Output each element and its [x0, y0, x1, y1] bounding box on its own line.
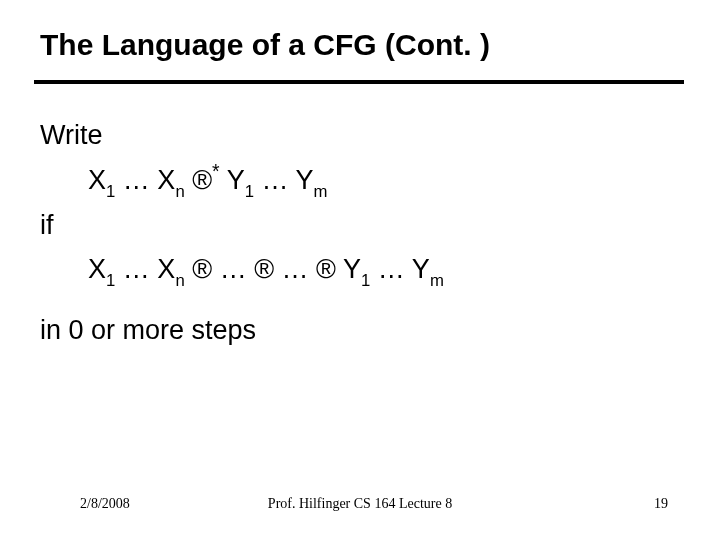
ellipsis: …: [262, 165, 289, 195]
ellipsis: …: [123, 165, 150, 195]
sub-m: m: [430, 271, 444, 290]
line-derive-chain: X1 … Xn ® … ® … ® Y1 … Ym: [88, 248, 444, 293]
sym-y: Y: [412, 254, 430, 284]
ellipsis: …: [123, 254, 150, 284]
line-write: Write: [40, 114, 444, 157]
spacer: [40, 293, 444, 309]
sub-m: m: [314, 182, 328, 201]
sub-1: 1: [361, 271, 370, 290]
arrow-icon: ®: [192, 165, 212, 195]
sym-y: Y: [227, 165, 245, 195]
sub-n: n: [175, 271, 184, 290]
sub-1: 1: [245, 182, 254, 201]
footer-page-number: 19: [654, 496, 668, 512]
line-if: if: [40, 204, 444, 247]
arrow-icon: ®: [316, 254, 336, 284]
arrow-icon: ®: [192, 254, 212, 284]
footer-center: Prof. Hilfinger CS 164 Lecture 8: [0, 496, 720, 512]
sym-x: X: [88, 254, 106, 284]
sym-y: Y: [296, 165, 314, 195]
sub-1: 1: [106, 271, 115, 290]
line-in-steps: in 0 or more steps: [40, 309, 444, 352]
ellipsis: …: [378, 254, 405, 284]
arrow-icon: ®: [254, 254, 274, 284]
title-underline: [34, 80, 684, 84]
sym-x: X: [157, 254, 175, 284]
sym-x: X: [157, 165, 175, 195]
sym-y: Y: [343, 254, 361, 284]
sup-star: *: [212, 160, 220, 182]
sub-n: n: [175, 182, 184, 201]
slide: The Language of a CFG (Cont. ) Write X1 …: [0, 0, 720, 540]
ellipsis: …: [282, 254, 309, 284]
slide-title: The Language of a CFG (Cont. ): [40, 28, 490, 62]
ellipsis: …: [220, 254, 247, 284]
sub-1: 1: [106, 182, 115, 201]
line-derive-star: X1 … Xn ®* Y1 … Ym: [88, 157, 444, 204]
sym-x: X: [88, 165, 106, 195]
slide-body: Write X1 … Xn ®* Y1 … Ym if X1 … Xn ® … …: [40, 114, 444, 352]
